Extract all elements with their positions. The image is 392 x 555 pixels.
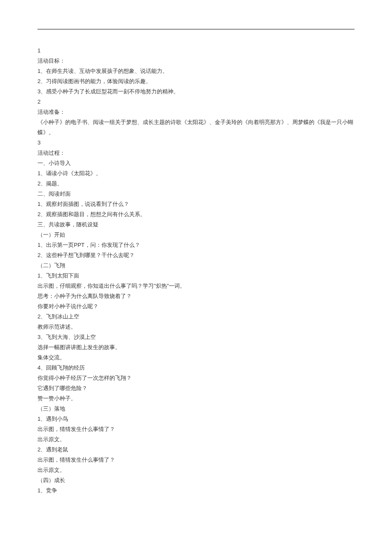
section-1: 1 活动目标： 1、在师生共读、互动中发展孩子的想象、说话能力。 2、习得阅读图… — [37, 46, 355, 97]
text-line: 1、出示第一页PPT，问：你发现了什么？ — [37, 240, 355, 250]
text-line: （一）开始 — [37, 230, 355, 240]
text-line: 4、回顾飞翔的经历 — [37, 363, 355, 373]
section-number: 1 — [37, 46, 355, 56]
text-line: 2、揭题。 — [37, 179, 355, 189]
text-line: 1、在师生共读、互动中发展孩子的想象、说话能力。 — [37, 66, 355, 76]
section-2: 2 活动准备： 《小种子》的电子书、阅读一组关于梦想、成长主题的诗歌《太阳花》、… — [37, 97, 355, 138]
horizontal-rule — [37, 29, 355, 29]
text-line: 出示原文。 — [37, 434, 355, 445]
text-line: 2、观察插图和题目，想想之间有什么关系。 — [37, 209, 355, 220]
text-line: 它遇到了哪些危险？ — [37, 383, 355, 393]
text-line: （三）落地 — [37, 404, 355, 414]
section-heading: 活动准备： — [37, 107, 355, 117]
text-line: 赞一赞小种子。 — [37, 393, 355, 404]
text-line: 集体交流。 — [37, 353, 355, 363]
text-line: 3、飞到大海、沙漠上空 — [37, 332, 355, 342]
document-content: 1 活动目标： 1、在师生共读、互动中发展孩子的想象、说话能力。 2、习得阅读图… — [37, 46, 355, 496]
text-line: 三、共读故事，随机设疑 — [37, 220, 355, 230]
text-line: 2、这些种子想飞到哪里？干什么去呢？ — [37, 250, 355, 260]
text-line: 出示图，猜猜发生什么事情了？ — [37, 455, 355, 465]
text-line: 出示图，仔细观察，你知道出什么事了吗？学习"炽热"一词。 — [37, 281, 355, 291]
text-line: 3、感受小种子为了长成巨型花而一刻不停地努力的精神。 — [37, 87, 355, 97]
text-line: （四）成长 — [37, 475, 355, 486]
text-line: 2、遇到老鼠 — [37, 445, 355, 455]
text-line: 1、诵读小诗《太阳花》。 — [37, 168, 355, 179]
text-line: 1、遇到小鸟 — [37, 414, 355, 424]
text-line: 你要对小种子说什么呢？ — [37, 301, 355, 312]
text-line: 出示原文。 — [37, 465, 355, 475]
text-line: （二）飞翔 — [37, 260, 355, 271]
text-line: 教师示范讲述。 — [37, 322, 355, 332]
text-line: 《小种子》的电子书、阅读一组关于梦想、成长主题的诗歌《太阳花》、金子美玲的《向着… — [37, 117, 355, 138]
text-line: 1、飞到太阳下面 — [37, 271, 355, 281]
text-line: 二、阅读封面 — [37, 189, 355, 199]
text-line: 思考：小种子为什么离队导致烧着了？ — [37, 291, 355, 301]
text-line: 选择一幅图讲讲图上发生的故事。 — [37, 342, 355, 353]
section-3: 3 活动过程： 一、小诗导入 1、诵读小诗《太阳花》。 2、揭题。 二、阅读封面… — [37, 138, 355, 496]
text-line: 1、观察封面插图，说说看到了什么？ — [37, 199, 355, 209]
text-line: 2、习得阅读图画书的能力，体验阅读的乐趣。 — [37, 76, 355, 87]
text-line: 出示图，猜猜发生什么事情了？ — [37, 424, 355, 434]
section-number: 3 — [37, 138, 355, 148]
text-line: 1、竞争 — [37, 486, 355, 496]
text-line: 一、小诗导入 — [37, 158, 355, 168]
section-heading: 活动目标： — [37, 56, 355, 66]
text-line: 你觉得小种子经历了一次怎样的飞翔？ — [37, 373, 355, 383]
text-line: 2、飞到冰山上空 — [37, 312, 355, 322]
section-number: 2 — [37, 97, 355, 107]
section-heading: 活动过程： — [37, 148, 355, 158]
